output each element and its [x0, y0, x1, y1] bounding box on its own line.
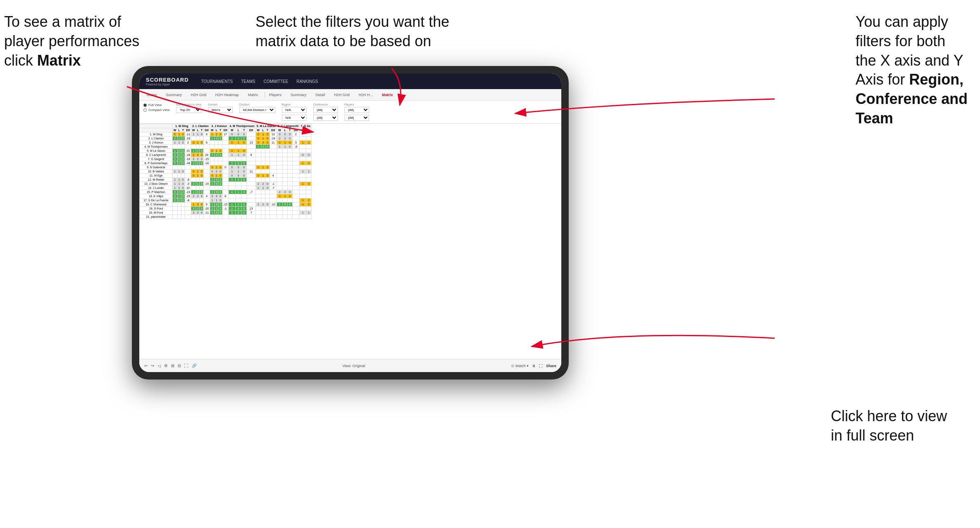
division-select[interactable]: NCAA Division I	[239, 107, 275, 113]
matrix-cell: 2	[256, 203, 261, 207]
redo-icon[interactable]: ↪	[151, 363, 154, 368]
annotation-bottom-right: Click here to view in full screen	[831, 407, 947, 446]
matrix-cell: 0	[265, 145, 270, 149]
matrix-cell-empty	[228, 198, 235, 203]
matrix-cell: 3	[196, 211, 199, 215]
matrix-cell: 0	[196, 190, 199, 194]
subnav-summary[interactable]: Summary	[164, 92, 185, 98]
subnav-teams[interactable]: Teams	[143, 92, 159, 98]
sh-d2: Dif	[204, 128, 210, 132]
region-select[interactable]: N/A	[282, 107, 307, 113]
matrix-cell: 3	[210, 194, 215, 198]
conference-select[interactable]: (All)	[313, 107, 338, 113]
matrix-cell-empty	[228, 145, 235, 149]
subnav-h2h-grid-2[interactable]: H2H Grid	[332, 92, 352, 98]
conference-select-2[interactable]: (All)	[313, 115, 338, 121]
subnav-players-summary[interactable]: Summary	[288, 92, 309, 98]
player-name-cell: 12. M Riedel	[140, 178, 173, 182]
logo-title: SCOREBOARD	[146, 77, 189, 83]
gender-select[interactable]: Men's	[208, 107, 233, 113]
matrix-cell: -24	[270, 137, 277, 141]
matrix-cell-empty	[265, 178, 270, 182]
subnav-matrix-active[interactable]: Matrix	[380, 92, 396, 98]
full-view-radio[interactable]	[143, 104, 147, 107]
nav-rankings[interactable]: RANKINGS	[296, 79, 318, 84]
matrix-cell-empty	[300, 194, 306, 198]
matrix-cell: 1	[210, 203, 215, 207]
table-row: 19. D Ford320-20210-110013	[140, 207, 312, 211]
screen-icon[interactable]: 🖥	[532, 364, 536, 368]
matrix-cell-empty	[222, 141, 228, 145]
matrix-cell: 1	[191, 132, 196, 137]
compact-view-option[interactable]: Compact View	[143, 108, 169, 112]
nav-teams[interactable]: TEAMS	[241, 79, 255, 84]
subnav-players[interactable]: Players	[265, 92, 284, 98]
matrix-cell: 0	[181, 190, 185, 194]
players-select[interactable]: (All)	[345, 107, 369, 113]
matrix-cell: 0	[277, 132, 282, 137]
sh-d5: Dif	[270, 128, 277, 132]
matrix-cell-empty	[177, 207, 181, 211]
matrix-cell-empty	[261, 178, 265, 182]
share-button[interactable]: Share	[546, 364, 556, 368]
max-players-select[interactable]: Top 25	[176, 107, 201, 113]
link-icon[interactable]: 🔗	[192, 363, 197, 368]
matrix-cell-empty	[241, 186, 247, 190]
player-name-cell: 5. M La Sasso	[140, 149, 173, 153]
compact-view-radio[interactable]	[143, 108, 147, 112]
matrix-cell: 1	[306, 170, 312, 174]
matrix-cell-empty	[292, 170, 300, 174]
matrix-cell-empty	[247, 182, 256, 186]
region-select-2[interactable]: N/A	[282, 115, 307, 121]
fullscreen-icon[interactable]: ⛶	[539, 364, 543, 368]
full-view-option[interactable]: Full View	[143, 103, 169, 107]
matrix-cell-empty	[173, 211, 178, 215]
matrix-cell-empty	[236, 215, 241, 219]
matrix-cell-empty	[287, 211, 292, 215]
matrix-cell: 4	[204, 194, 210, 198]
matrix-cell: 1	[215, 174, 218, 178]
matrix-cell	[222, 178, 228, 182]
nav-tournaments[interactable]: TOURNAMENTS	[201, 79, 233, 84]
matrix-cell: 0	[181, 170, 185, 174]
matrix-cell-empty	[265, 170, 270, 174]
sh-w6: W	[277, 128, 282, 132]
matrix-cell: -16	[204, 161, 210, 165]
subnav-h2h-grid[interactable]: H2H Grid	[188, 92, 209, 98]
matrix-cell-empty	[200, 215, 204, 219]
watch-label[interactable]: ⊙ Watch ▾	[511, 364, 529, 368]
nav-committee[interactable]: COMMITTEE	[263, 79, 288, 84]
matrix-cell-empty	[241, 182, 247, 186]
fit-icon[interactable]: ⛶	[184, 363, 188, 368]
subnav-h2h-heatmap[interactable]: H2H Heatmap	[213, 92, 241, 98]
matrix-cell: 0	[265, 137, 270, 141]
matrix-cell-empty	[277, 215, 282, 219]
matrix-cell: 0	[236, 161, 241, 165]
matrix-cell-empty	[204, 178, 210, 182]
matrix-cell-empty	[277, 211, 282, 215]
matrix-cell: 0	[241, 203, 247, 207]
undo-icon[interactable]: ↩	[144, 363, 148, 368]
table-row: 5. M La Sasso10015100010010	[140, 149, 312, 153]
matrix-cell-empty	[287, 198, 292, 203]
matrix-cell: 0	[200, 157, 204, 161]
matrix-cell-empty	[277, 149, 282, 153]
matrix-cell-empty	[265, 207, 270, 211]
settings-icon[interactable]: ⚙	[164, 363, 168, 368]
table-row: 13. J Skov Olesen110-3210-15100220-113	[140, 182, 312, 186]
subnav-h2h-h[interactable]: H2H H...	[356, 92, 375, 98]
player-name-cell: 14. J Lundin	[140, 186, 173, 190]
players-select-2[interactable]: (All)	[345, 115, 369, 121]
player-name-cell: 11. M Ege	[140, 174, 173, 178]
table-row: 12. M Riedel110-6100100	[140, 178, 312, 182]
matrix-cell-empty	[265, 157, 270, 161]
matrix-cell: 0	[218, 182, 222, 186]
minus-icon[interactable]: ⊟	[178, 363, 181, 368]
back-icon[interactable]: ◁	[157, 363, 161, 368]
matrix-cell: 4	[196, 153, 199, 157]
matrix-cell-empty	[196, 165, 199, 170]
subnav-matrix[interactable]: Matrix	[246, 92, 261, 98]
plus-icon[interactable]: ⊞	[171, 363, 174, 368]
matrix-cell: 0	[210, 165, 215, 170]
subnav-detail[interactable]: Detail	[313, 92, 328, 98]
